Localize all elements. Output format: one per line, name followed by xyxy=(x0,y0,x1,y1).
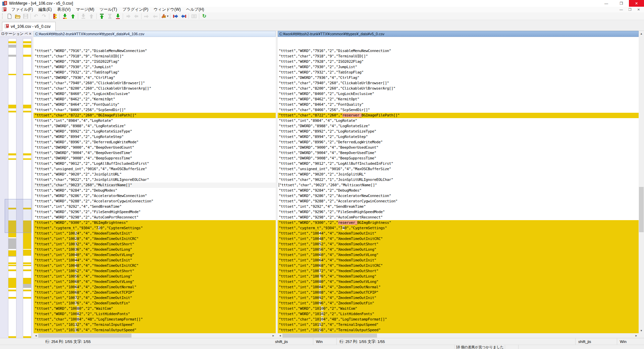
code-line: "tttset","WORD","7916","2","DisableMenuN… xyxy=(279,48,639,54)
left-horizontal-scrollbar[interactable]: ◄ ► xyxy=(34,333,276,338)
right-scroll-left-icon[interactable]: ◄ xyxy=(278,333,282,338)
code-segment: "tttset","int","100 xyxy=(279,247,319,252)
toolbar-next-conflict-button[interactable] xyxy=(79,13,87,20)
toolbar-refresh-button[interactable]: ↻ xyxy=(200,13,208,20)
right-horizontal-scrollbar[interactable]: ◄ ► xyxy=(278,333,639,338)
left-file-path: C:¥work¥tt¥ttssh2-trunk¥TTX¥common¥tttyp… xyxy=(35,32,144,36)
missing-lines-mark xyxy=(23,284,31,288)
location-viewport-indicator[interactable] xyxy=(5,199,32,233)
code-line: "tttset","WORD","9284","2","DebugModes" xyxy=(35,188,276,193)
code-line: "tttset","WORD","8992","2","LogRotateSiz… xyxy=(35,129,276,134)
right-pane-status: 行: 257 列: 1/55 文字: 1/55 xyxy=(337,338,576,345)
toolbar-copy-all-right-button[interactable] xyxy=(171,13,179,20)
restore-icon[interactable]: ❐ xyxy=(614,0,629,7)
menu-item-1[interactable]: 編集(E) xyxy=(36,6,54,13)
toolbar-last-difference-button[interactable] xyxy=(114,13,122,20)
code-line: "tttset","int","10076","4","YmodemTimeOu… xyxy=(278,274,639,279)
toolbar-diff-context-button[interactable] xyxy=(50,13,58,20)
code-line: "tttset","int","10028","4","XmodemTimeOu… xyxy=(34,236,276,242)
toolbar-redo-button[interactable]: ↷ xyxy=(40,13,48,20)
vertical-scroll-thumb[interactable] xyxy=(639,187,644,232)
code-segment: 6","4","TerminalOutputSpeed" xyxy=(77,328,136,332)
code-line: "tttset","WORD","9012","2","LogAllBuffIn… xyxy=(279,161,639,166)
location-column-left[interactable] xyxy=(8,38,16,337)
mdi-restore-icon[interactable]: ❐ xyxy=(626,7,634,12)
left-horizontal-scroll-thumb[interactable] xyxy=(38,334,131,338)
left-scroll-left-icon[interactable]: ◄ xyxy=(34,333,38,338)
code-segment: "tttset","int","100 xyxy=(35,237,75,241)
code-segment: "tttset","WORD","7916","2","DisableMenuN… xyxy=(279,49,391,53)
main-area: ロケーション ペイン ✕ C:¥work¥tt¥ttssh2-trunk¥TTX… xyxy=(0,31,644,338)
right-file-path-header[interactable]: C:¥work¥tt¥ttssh2-trunk¥TTX¥common¥tttyp… xyxy=(278,31,639,37)
toolbar-open-button[interactable] xyxy=(13,13,21,20)
mdi-minimize-icon[interactable]: — xyxy=(617,7,625,12)
toolbar-copy-left-advance-button[interactable] xyxy=(151,13,159,20)
mdi-close-icon[interactable]: ✕ xyxy=(635,7,643,12)
right-horizontal-scroll-thumb[interactable] xyxy=(282,334,377,338)
toolbar-auto-merge-button[interactable]: ▼ xyxy=(161,13,169,20)
right-editor-pane[interactable]: "tttset","WORD","7916","2","DisableMenuN… xyxy=(278,37,639,333)
toolbar-new-button[interactable] xyxy=(5,13,13,20)
word-diff-segment: reserver_ xyxy=(338,220,357,225)
menu-item-0[interactable]: ファイル(F) xyxy=(9,6,36,13)
toolbar-prev-conflict-button[interactable] xyxy=(87,13,95,20)
code-segment: 8","4","YmodemTimeOutInitCRC" xyxy=(321,263,382,268)
diff-mark xyxy=(8,41,16,43)
code-line: "tttset","unsigned_int","9016","4","MaxO… xyxy=(279,166,639,172)
menu-item-5[interactable]: プラグイン(P) xyxy=(120,6,151,13)
toolbar-prev-difference-button[interactable] xyxy=(69,13,77,20)
toolbar-save-button[interactable] xyxy=(21,13,30,20)
code-line: "tttset","WORD","9286","2","AcceleratorN… xyxy=(35,193,276,199)
code-segment: 0","2","WaitCom" xyxy=(323,306,357,311)
left-file-path-header[interactable]: C:¥work¥tt¥ttssh2-trunk¥TTX¥common¥tttyp… xyxy=(34,31,276,37)
code-segment: 4","4","YmodemTimeOutInit" xyxy=(77,258,132,262)
code-segment: "tttset","WORD","9298","2","AutoComPortR… xyxy=(279,215,383,219)
menu-item-4[interactable]: ツール(T) xyxy=(97,6,120,13)
code-line: "tttset","DWORD","9008","4","BeepSuppres… xyxy=(35,156,276,161)
toolbar-copy-all-left-button[interactable] xyxy=(179,13,187,20)
toolbar-copy-right-button[interactable] xyxy=(124,13,132,20)
menu-item-6[interactable]: ウィンドウ(W) xyxy=(151,6,183,13)
code-line: "tttset","int","10064","4","YmodemTimeOu… xyxy=(278,258,639,263)
code-line: "tttset","char","8722","260","reserver_B… xyxy=(278,113,639,118)
left-scroll-right-icon[interactable]: ► xyxy=(271,333,276,338)
code-segment: 2","4","XmodemTimeOutShort" xyxy=(321,242,378,246)
code-segment: "tttset","WORD","7928","2","ISO2022Flag" xyxy=(279,59,364,64)
vertical-scrollbar[interactable]: ▲ ▼ xyxy=(639,31,644,338)
missing-lines-mark xyxy=(8,45,16,48)
diff-mark xyxy=(23,41,31,43)
right-scroll-right-icon[interactable]: ► xyxy=(634,333,639,338)
menu-item-3[interactable]: マージ(M) xyxy=(73,6,97,13)
menu-item-2[interactable]: 表示(V) xyxy=(54,6,73,13)
scroll-down-icon[interactable]: ▼ xyxy=(639,328,644,333)
toolbar-undo-button[interactable]: ↶ xyxy=(32,13,40,20)
location-pane-body[interactable] xyxy=(0,37,33,338)
toolbar-file-merge-mode-button[interactable] xyxy=(190,13,198,20)
close-icon[interactable]: ✕ xyxy=(629,0,644,7)
toolbar-next-difference-button[interactable] xyxy=(61,13,69,20)
scroll-up-icon[interactable]: ▲ xyxy=(639,31,644,36)
toolbar-separator xyxy=(78,13,78,19)
diff-mark xyxy=(23,55,31,57)
toolbar-first-difference-button[interactable] xyxy=(98,13,106,20)
toolbar-copy-right-advance-button[interactable] xyxy=(143,13,151,20)
location-column-right[interactable] xyxy=(23,38,32,337)
location-pane-close-icon[interactable]: ✕ xyxy=(28,32,33,36)
code-segment: "tttset","int","100 xyxy=(279,231,319,236)
code-segment: "tttset","char","8722","260"," xyxy=(279,113,342,117)
code-line: "tttset","char","7940","260","ClickableU… xyxy=(279,81,639,86)
code-segment: "tttset","WORD","8462","2","KermitOpt" xyxy=(279,97,359,101)
toolbar-copy-left-button[interactable] xyxy=(132,13,140,20)
menu-item-7[interactable]: ヘルプ(H) xyxy=(183,6,207,13)
code-line: "tttset","WORD","9020","2","JoinSplitURL… xyxy=(35,172,276,177)
left-editor-pane[interactable]: "tttset","WORD","7916","2","DisableMenuN… xyxy=(34,37,276,333)
code-segment: "tttset","int","100 xyxy=(279,253,319,257)
minimize-icon[interactable]: — xyxy=(599,0,614,7)
code-segment: "tttset","DWORD","7936","4","CtrlFlag" xyxy=(279,76,359,80)
toolbar-current-difference-button[interactable] xyxy=(106,13,114,20)
code-segment: "tttset","int","100 xyxy=(35,242,75,246)
toolbar-separator xyxy=(189,13,189,19)
code-segment: 0","CygtermSettings" xyxy=(344,226,387,230)
code-line: "tttset","char","10104","48","LogTimesta… xyxy=(278,317,639,322)
tab-compare[interactable]: v4_106.csv - v5_0.csv xyxy=(2,22,56,31)
